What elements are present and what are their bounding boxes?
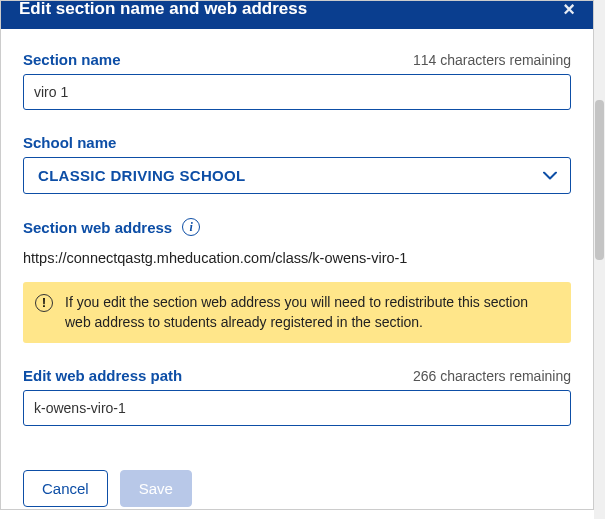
section-name-block: Section name 114 characters remaining xyxy=(23,51,571,110)
section-name-input[interactable] xyxy=(23,74,571,110)
edit-web-address-label: Edit web address path xyxy=(23,367,182,384)
school-name-value: CLASSIC DRIVING SCHOOL xyxy=(38,167,245,184)
warning-icon: ! xyxy=(35,294,53,312)
button-row: Cancel Save xyxy=(1,448,214,510)
edit-web-address-block: Edit web address path 266 characters rem… xyxy=(23,367,571,426)
school-name-block: School name CLASSIC DRIVING SCHOOL xyxy=(23,134,571,194)
dialog-content: Section name 114 characters remaining Sc… xyxy=(1,29,593,426)
section-name-label: Section name xyxy=(23,51,121,68)
section-web-address-url: https://connectqastg.mheducation.com/cla… xyxy=(23,250,571,266)
school-name-label: School name xyxy=(23,134,116,151)
edit-web-address-remaining: 266 characters remaining xyxy=(413,368,571,384)
dialog-header: Edit section name and web address × xyxy=(1,0,593,29)
edit-web-address-input[interactable] xyxy=(23,390,571,426)
dialog-title: Edit section name and web address xyxy=(19,0,307,19)
vertical-scrollbar[interactable] xyxy=(594,0,605,519)
section-name-remaining: 114 characters remaining xyxy=(413,52,571,68)
cancel-button[interactable]: Cancel xyxy=(23,470,108,507)
edit-section-dialog: Edit section name and web address × Sect… xyxy=(0,0,594,510)
close-icon[interactable]: × xyxy=(563,0,575,19)
scrollbar-thumb[interactable] xyxy=(595,100,604,260)
save-button[interactable]: Save xyxy=(120,470,192,507)
warning-text: If you edit the section web address you … xyxy=(65,292,557,333)
section-web-address-block: Section web address i https://connectqas… xyxy=(23,218,571,343)
school-name-select[interactable]: CLASSIC DRIVING SCHOOL xyxy=(23,157,571,194)
info-icon[interactable]: i xyxy=(182,218,200,236)
warning-banner: ! If you edit the section web address yo… xyxy=(23,282,571,343)
section-web-address-label: Section web address xyxy=(23,219,172,236)
